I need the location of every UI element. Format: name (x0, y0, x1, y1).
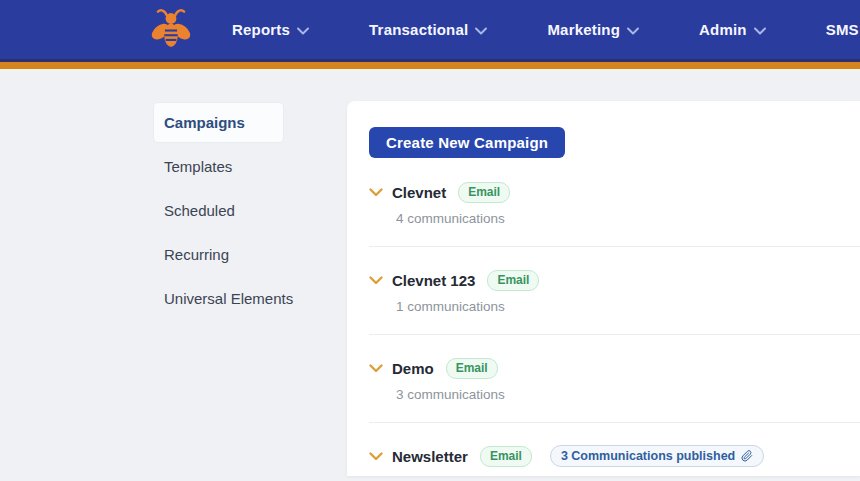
chevron-down-icon (475, 27, 487, 35)
chevron-down-icon (369, 188, 383, 197)
accent-bar (0, 62, 860, 71)
campaign-name: Demo (392, 360, 434, 377)
sidebar-item-recurring[interactable]: Recurring (154, 235, 239, 274)
campaign-group: Demo Email 3 communications (369, 359, 860, 423)
nav-item-reports[interactable]: Reports (232, 21, 309, 38)
campaign-name: Clevnet 123 (392, 272, 475, 289)
create-new-campaign-button[interactable]: Create New Campaign (369, 127, 565, 158)
campaign-row[interactable]: Demo Email (369, 359, 860, 377)
sidebar: Campaigns Templates Scheduled Recurring … (0, 71, 347, 476)
divider (369, 422, 860, 423)
bee-icon (150, 7, 192, 53)
sidebar-item-label: Recurring (164, 246, 229, 263)
chevron-down-icon (369, 364, 383, 373)
nav-item-label: Marketing (547, 21, 620, 38)
page-body: Campaigns Templates Scheduled Recurring … (0, 71, 860, 476)
communications-count: 4 communications (396, 211, 860, 226)
chevron-down-icon (627, 27, 639, 35)
nav-item-label: Admin (699, 21, 747, 38)
campaigns-panel: Create New Campaign Clevnet Email 4 comm… (347, 101, 860, 476)
nav-item-label: SMS (826, 21, 859, 38)
chevron-down-icon (369, 276, 383, 285)
communications-count: 3 communications (396, 387, 860, 402)
campaign-name: Newsletter (392, 448, 468, 465)
communications-count: 1 communications (396, 299, 860, 314)
campaign-group: Newsletter Email 3 Communications publis… (369, 447, 860, 465)
nav-item-admin[interactable]: Admin (699, 21, 766, 38)
email-type-badge: Email (487, 270, 539, 291)
email-type-badge: Email (458, 182, 510, 203)
sidebar-item-campaigns[interactable]: Campaigns (154, 103, 283, 142)
campaign-name: Clevnet (392, 184, 446, 201)
campaign-row[interactable]: Newsletter Email 3 Communications publis… (369, 447, 860, 465)
main-navigation: Reports Transactional Marketing Admin SM… (232, 21, 859, 38)
chevron-down-icon (297, 27, 309, 35)
campaign-group: Clevnet Email 4 communications (369, 183, 860, 247)
email-type-badge: Email (480, 446, 532, 467)
divider (369, 246, 860, 247)
chevron-down-icon (369, 452, 383, 461)
campaign-row[interactable]: Clevnet Email (369, 183, 860, 201)
sidebar-item-label: Scheduled (164, 202, 235, 219)
nav-item-sms[interactable]: SMS (826, 21, 859, 38)
nav-item-marketing[interactable]: Marketing (547, 21, 639, 38)
nav-item-label: Transactional (369, 21, 468, 38)
chevron-down-icon (754, 27, 766, 35)
sidebar-item-label: Campaigns (164, 114, 245, 131)
divider (369, 334, 860, 335)
sidebar-item-label: Templates (164, 158, 232, 175)
nav-item-transactional[interactable]: Transactional (369, 21, 487, 38)
campaign-group: Clevnet 123 Email 1 communications (369, 271, 860, 335)
sidebar-item-label: Universal Elements (164, 290, 293, 307)
app-logo[interactable] (150, 7, 192, 53)
paperclip-icon (741, 450, 753, 462)
campaign-row[interactable]: Clevnet 123 Email (369, 271, 860, 289)
email-type-badge: Email (446, 358, 498, 379)
communications-published-badge[interactable]: 3 Communications published (550, 445, 764, 467)
sidebar-item-scheduled[interactable]: Scheduled (154, 191, 245, 230)
sidebar-item-universal-elements[interactable]: Universal Elements (154, 279, 303, 318)
top-navbar: Reports Transactional Marketing Admin SM… (0, 0, 860, 62)
nav-item-label: Reports (232, 21, 290, 38)
published-badge-label: 3 Communications published (561, 449, 735, 463)
sidebar-item-templates[interactable]: Templates (154, 147, 242, 186)
